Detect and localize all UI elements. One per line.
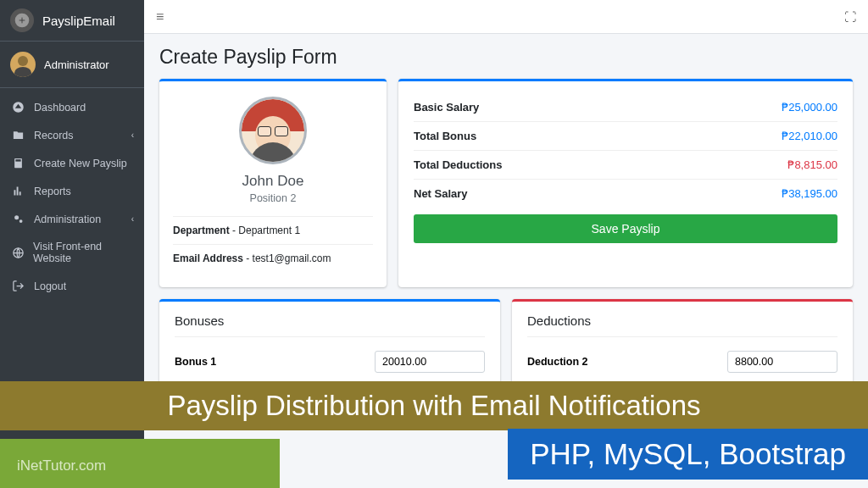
brand: PayslipEmail: [0, 0, 144, 42]
svg-point-3: [14, 215, 19, 219]
profile-panel: John Doe Position 2 Department - Departm…: [159, 79, 387, 287]
nav-label: Create New Payslip: [34, 158, 127, 169]
brand-logo-icon: [10, 8, 34, 32]
sidebar-item-logout[interactable]: Logout: [0, 272, 144, 300]
deduction-input[interactable]: [727, 351, 837, 373]
deductions-panel: Deductions Deduction 2: [512, 299, 853, 385]
cogs-icon: [12, 213, 25, 225]
logout-icon: [12, 280, 25, 292]
deduction-row: Deduction 2: [527, 351, 837, 373]
calculator-icon: [12, 157, 25, 169]
svg-rect-2: [15, 159, 20, 162]
nav-label: Logout: [34, 280, 66, 292]
summary-panel: Basic Salary ₱25,000.00 Total Bonus ₱22,…: [398, 79, 853, 287]
nav-label: Administration: [34, 214, 101, 225]
nav-label: Dashboard: [34, 102, 86, 114]
bonuses-title: Bonuses: [175, 313, 485, 337]
summary-row-basic: Basic Salary ₱25,000.00: [414, 93, 837, 122]
user-name: Administrator: [44, 58, 109, 71]
bonuses-panel: Bonuses Bonus 1: [159, 299, 500, 385]
bonus-label: Bonus 1: [175, 356, 216, 368]
deductions-title: Deductions: [527, 313, 837, 337]
overlay-sub: PHP, MySQL, Bootstrap: [508, 429, 868, 480]
chevron-left-icon: ‹: [131, 214, 134, 224]
folder-icon: [12, 129, 25, 141]
save-payslip-button[interactable]: Save Payslip: [414, 214, 837, 243]
profile-email: Email Address - test1@gmail.com: [173, 244, 373, 272]
expand-icon[interactable]: ⛶: [844, 10, 856, 24]
nav-menu: Dashboard Records ‹ Create New Payslip R…: [0, 88, 144, 305]
dashboard-icon: [12, 101, 25, 114]
summary-row-net: Net Salary ₱38,195.00: [414, 180, 837, 208]
profile-position: Position 2: [173, 192, 373, 204]
sidebar-item-dashboard[interactable]: Dashboard: [0, 93, 144, 121]
user-panel[interactable]: Administrator: [0, 42, 144, 88]
profile-name: John Doe: [173, 173, 373, 190]
bonus-row: Bonus 1: [175, 351, 485, 373]
topbar: ≡ ⛶: [144, 0, 868, 34]
watermark: iNetTutor.com: [17, 458, 106, 474]
user-avatar-icon: [10, 52, 36, 77]
sidebar-item-create-payslip[interactable]: Create New Payslip: [0, 149, 144, 177]
brand-name: PayslipEmail: [42, 14, 115, 28]
summary-row-deductions: Total Deductions ₱8,815.00: [414, 151, 837, 180]
deduction-label: Deduction 2: [527, 356, 588, 368]
nav-label: Records: [34, 130, 74, 141]
bonus-input[interactable]: [375, 351, 485, 373]
nav-label: Reports: [34, 186, 71, 197]
overlay-banner: Payslip Distribution with Email Notifica…: [0, 381, 868, 430]
hamburger-icon[interactable]: ≡: [156, 9, 164, 25]
sidebar-item-reports[interactable]: Reports: [0, 177, 144, 205]
sidebar-item-frontend[interactable]: Visit Front-end Website: [0, 233, 144, 272]
sidebar-item-records[interactable]: Records ‹: [0, 121, 144, 149]
profile-department: Department - Department 1: [173, 216, 373, 244]
page-title: Create Payslip Form: [159, 46, 853, 69]
globe-icon: [12, 247, 25, 259]
sidebar-item-administration[interactable]: Administration ‹: [0, 205, 144, 233]
chevron-left-icon: ‹: [131, 130, 134, 140]
nav-label: Visit Front-end Website: [33, 241, 132, 264]
chart-icon: [12, 185, 25, 197]
svg-point-4: [19, 219, 23, 223]
profile-avatar-icon: [239, 97, 307, 164]
summary-row-bonus: Total Bonus ₱22,010.00: [414, 122, 837, 151]
